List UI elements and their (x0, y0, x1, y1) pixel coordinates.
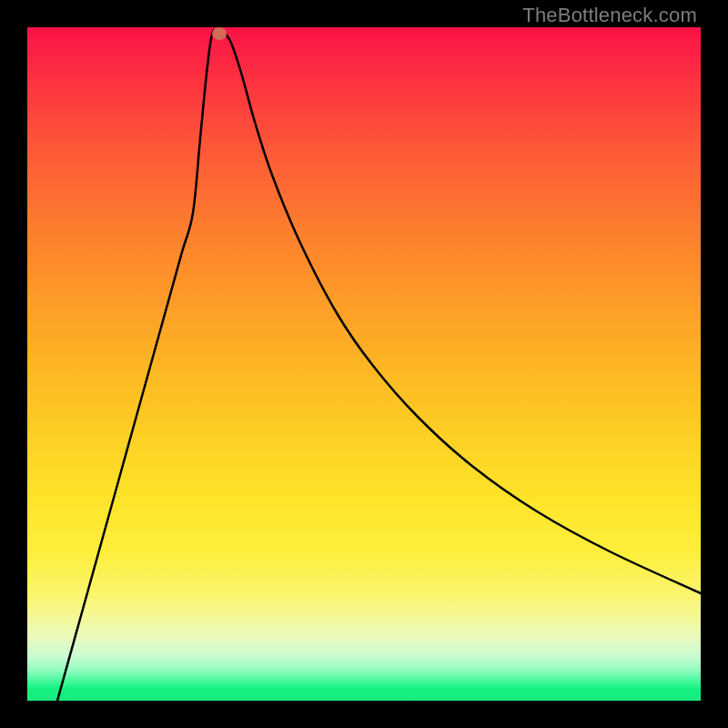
curve-svg (27, 27, 701, 701)
bottleneck-curve (57, 30, 701, 701)
watermark-text: TheBottleneck.com (522, 4, 697, 27)
plot-area (27, 27, 701, 701)
chart-frame: TheBottleneck.com (0, 0, 728, 728)
optimum-marker (212, 27, 227, 40)
